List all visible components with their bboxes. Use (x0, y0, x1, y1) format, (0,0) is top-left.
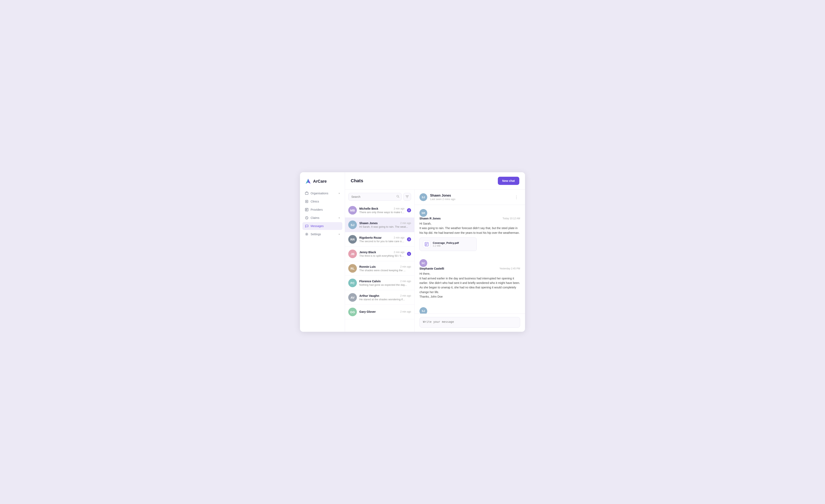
chat-time: 2 min ago (400, 265, 411, 268)
chat-time: 2 min ago (400, 222, 411, 225)
chat-preview: There are only three ways to make this..… (359, 211, 404, 214)
file-icon (423, 241, 430, 248)
chat-list-item[interactable]: JB Jenny Black 2 min ago The third is to… (345, 247, 415, 261)
chat-list-item[interactable]: RR Rigoberto Rozar 2 min ago The second … (345, 232, 415, 247)
chat-messages: SR Shawn R Jones Today 10:12 AM Hi Sarah… (415, 205, 525, 314)
chat-header-name: Shawn Jones (430, 194, 510, 197)
chat-name-row: Arthur Vaughn 2 min ago (359, 294, 411, 298)
new-chat-button[interactable]: New chat (498, 177, 519, 185)
messages-icon (305, 224, 309, 228)
message-text: Hi there,It had arrived earlier in the d… (420, 271, 520, 299)
avatar: JB (348, 250, 357, 258)
chat-name: Gary Glover (359, 310, 376, 313)
search-input[interactable] (348, 193, 402, 201)
filter-button[interactable] (403, 193, 411, 201)
chat-preview: He stared at the shades wondering if... (359, 298, 411, 301)
chat-info: Gary Glover 2 min ago (359, 310, 411, 314)
sidebar-item-settings[interactable]: Settings ▾ (302, 230, 342, 238)
unread-badge: 1 (407, 252, 411, 256)
nav-items: Organisations ▾ Clinics (300, 189, 345, 238)
attachment-info: Coverage_Policy.pdf 3.2 MB (433, 241, 459, 247)
logo-area: ArCare (300, 172, 345, 189)
avatar: RR (348, 235, 357, 244)
chat-time: 2 min ago (394, 251, 404, 254)
chat-name-row: Shawn Jones 2 min ago (359, 222, 411, 225)
chat-name: Ronnie Luis (359, 265, 376, 268)
svg-rect-8 (425, 242, 428, 246)
sidebar: ArCare Organisations ▾ (300, 172, 345, 332)
chat-time: 2 min ago (400, 310, 411, 313)
clinics-icon (305, 200, 309, 203)
chat-time: 2 min ago (400, 280, 411, 283)
chat-name: Michelle Beck (359, 207, 378, 210)
chat-panel: SJ Shawn Jones Last seen 2 mins ago ⋮ SR… (415, 190, 525, 332)
chat-list-item[interactable]: SJ Shawn Jones 2 min ago Hi Sarah, It wa… (345, 218, 415, 232)
sidebar-item-clinics-label: Clinics (311, 200, 319, 203)
message-time: Today 10:12 AM (503, 217, 520, 220)
sidebar-item-settings-label: Settings (311, 233, 321, 236)
chat-info: Jenny Black 2 min ago The third is to sp… (359, 251, 404, 257)
sidebar-item-providers-label: Providers (311, 208, 323, 211)
chat-name-row: Rigoberto Rozar 2 min ago (359, 236, 404, 239)
search-icon (396, 195, 400, 198)
chat-name: Arthur Vaughn (359, 294, 379, 298)
unread-badge: 2 (407, 208, 411, 212)
chat-info: Ronnie Luis 2 min ago The shades were cl… (359, 265, 411, 272)
header: Chats New chat (345, 172, 525, 190)
avatar: RL (348, 264, 357, 273)
chat-time: 2 min ago (400, 295, 411, 297)
chat-list-item[interactable]: MB Michelle Beck 2 min ago There are onl… (345, 203, 415, 218)
chat-header-status: Last seen 2 mins ago (430, 197, 510, 201)
message-block: SJ Shawn Jones 27 Nov, 2022 2:33 PM I gu… (420, 307, 520, 314)
message-avatar: SR (420, 209, 427, 217)
chat-preview: The third is to split everything 50 / 50… (359, 254, 404, 257)
chat-info: Michelle Beck 2 min ago There are only t… (359, 207, 404, 214)
claims-icon (305, 216, 309, 220)
chat-name-row: Gary Glover 2 min ago (359, 310, 411, 313)
sidebar-item-messages-label: Messages (311, 224, 324, 228)
chat-preview: The second is for you to take care of... (359, 240, 404, 243)
sidebar-item-clinics[interactable]: Clinics (302, 197, 342, 205)
chat-info: Rigoberto Rozar 2 min ago The second is … (359, 236, 404, 243)
chat-preview: The shades were closed keeping the ... (359, 269, 411, 272)
message-content: Shawn R Jones Today 10:12 AM Hi Sarah,It… (420, 217, 520, 251)
sidebar-item-organisations[interactable]: Organisations ▾ (302, 189, 342, 197)
attachment[interactable]: Coverage_Policy.pdf 3.2 MB (420, 238, 477, 251)
main-content: Chats New chat (345, 172, 525, 332)
chevron-down-icon: ▾ (339, 192, 340, 195)
message-avatar: SJ (420, 307, 427, 314)
svg-marker-1 (306, 179, 308, 184)
sidebar-item-claims[interactable]: Claims ▾ (302, 214, 342, 222)
message-text: Hi Sarah,It was going to rain. The weath… (420, 221, 520, 235)
chat-time: 2 min ago (394, 207, 404, 210)
avatar: GG (348, 308, 357, 316)
chat-info: Arthur Vaughn 2 min ago He stared at the… (359, 294, 411, 301)
search-icon-button[interactable] (396, 195, 400, 199)
organisations-icon (305, 191, 309, 195)
sidebar-item-claims-label: Claims (311, 216, 319, 220)
chevron-down-icon: ▾ (339, 217, 340, 219)
message-block: SR Shawn R Jones Today 10:12 AM Hi Sarah… (420, 209, 520, 251)
chat-items: MB Michelle Beck 2 min ago There are onl… (345, 203, 415, 332)
chat-list-item[interactable]: AV Arthur Vaughn 2 min ago He stared at … (345, 290, 415, 305)
message-sender-name: Stephanie Castelli (420, 267, 444, 270)
avatar: MB (348, 206, 357, 215)
chat-list-item[interactable]: FC Florence Calvin 2 min ago Nothing had… (345, 276, 415, 290)
chat-list-item[interactable]: GG Gary Glover 2 min ago (345, 305, 415, 319)
chat-name-row: Florence Calvin 2 min ago (359, 280, 411, 283)
sidebar-item-providers[interactable]: Providers (302, 206, 342, 214)
chat-name-row: Ronnie Luis 2 min ago (359, 265, 411, 268)
chat-list-item[interactable]: RL Ronnie Luis 2 min ago The shades were… (345, 261, 415, 276)
chat-header-avatar: SJ (420, 193, 427, 201)
message-input[interactable] (420, 317, 520, 328)
search-input-wrap (348, 193, 402, 201)
message-sender-name: Shawn R Jones (420, 217, 441, 220)
more-options-button[interactable]: ⋮ (513, 194, 520, 200)
chat-time: 2 min ago (394, 236, 404, 239)
chat-name: Jenny Black (359, 251, 376, 254)
chat-info: Florence Calvin 2 min ago Nothing had go… (359, 280, 411, 286)
chat-header-info: Shawn Jones Last seen 2 mins ago (430, 194, 510, 201)
message-time: Yesterday 2:45 PM (500, 267, 520, 270)
svg-point-6 (306, 234, 307, 235)
sidebar-item-messages[interactable]: Messages (302, 222, 342, 230)
